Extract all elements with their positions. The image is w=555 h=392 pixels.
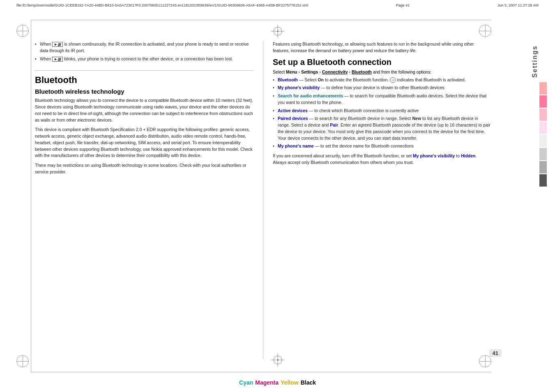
page-border-bottom bbox=[31, 372, 491, 372]
reg-mark-top-right bbox=[479, 25, 491, 37]
breadcrumb-settings[interactable]: Settings bbox=[301, 69, 318, 74]
right-footer-text: If you are concerned about security, tur… bbox=[273, 153, 491, 166]
sidebar-tab-2[interactable] bbox=[539, 95, 547, 108]
sidebar-tab-4[interactable] bbox=[539, 122, 547, 134]
link-bluetooth[interactable]: Bluetooth bbox=[278, 77, 298, 82]
ir-icon-2: ►▩ bbox=[52, 57, 63, 62]
top-metadata: file:/D:/temp/overmode/GUID-1CEEB162-7A2… bbox=[16, 3, 539, 7]
settings-sidebar: Settings bbox=[491, 21, 539, 371]
link-visibility-2[interactable]: My phone's visibility bbox=[413, 153, 455, 158]
color-magenta: Magenta bbox=[255, 379, 279, 386]
breadcrumb: Select Menu › Settings › Connectivity › … bbox=[273, 69, 491, 74]
sidebar-tabs bbox=[539, 82, 547, 187]
breadcrumb-suffix: and from the following options: bbox=[373, 69, 431, 74]
page-number: 41 bbox=[489, 349, 502, 357]
main-content: When ►▩ is shown continuously, the IR co… bbox=[33, 41, 491, 359]
reg-mark-bottom-left bbox=[16, 355, 29, 367]
date-info: Jun 5, 2007 11:27:26 AM bbox=[497, 3, 539, 7]
breadcrumb-bluetooth[interactable]: Bluetooth bbox=[352, 69, 372, 74]
settings-label: Settings bbox=[531, 45, 539, 78]
bluetooth-title: Bluetooth bbox=[35, 75, 253, 85]
left-column: When ►▩ is shown continuously, the IR co… bbox=[33, 41, 261, 359]
crosshair-top bbox=[271, 25, 284, 39]
breadcrumb-connectivity[interactable]: Connectivity bbox=[322, 69, 348, 74]
link-pair[interactable]: Pair bbox=[330, 122, 338, 127]
column-divider bbox=[263, 41, 263, 359]
link-visibility[interactable]: My phone's visibility bbox=[278, 85, 320, 90]
top-bullets-list: When ►▩ is shown continuously, the IR co… bbox=[35, 41, 253, 62]
sidebar-tab-8[interactable] bbox=[539, 174, 547, 187]
sidebar-tab-3[interactable] bbox=[539, 108, 547, 121]
right-bullet-paired: Paired devices — to search for any Bluet… bbox=[273, 115, 491, 141]
svg-point-7 bbox=[277, 359, 279, 361]
filepath: file:/D:/temp/overmode/GUID-1CEEB162-7A2… bbox=[16, 3, 308, 7]
link-active-devices[interactable]: Active devices bbox=[278, 108, 308, 113]
link-phone-name[interactable]: My phone's name bbox=[278, 143, 314, 148]
link-search-audio[interactable]: Search for audio enhancements bbox=[278, 93, 343, 98]
right-bullet-visibility: My phone's visibility — to define how yo… bbox=[273, 85, 491, 91]
breadcrumb-menu[interactable]: Menu bbox=[286, 69, 297, 74]
page-info: Page 41 bbox=[396, 3, 410, 7]
right-bullet-active: Active devices — to check which Bluetoot… bbox=[273, 108, 491, 114]
bottom-color-bar: Cyan Magenta Yellow Black bbox=[239, 379, 316, 386]
right-column: Features using Bluetooth technology, or … bbox=[265, 41, 491, 359]
page-border-left bbox=[31, 20, 31, 372]
link-hidden[interactable]: Hidden bbox=[461, 153, 476, 158]
bluetooth-wireless-subtitle: Bluetooth wireless technology bbox=[35, 88, 253, 95]
top-bullet-1: When ►▩ is shown continuously, the IR co… bbox=[35, 41, 253, 54]
right-bullet-bluetooth: Bluetooth — Select On to activate the Bl… bbox=[273, 77, 491, 83]
right-bullet-search-audio: Search for audio enhancements — to searc… bbox=[273, 93, 491, 106]
right-bullet-phone-name: My phone's name — to set the device name… bbox=[273, 143, 491, 150]
right-top-para: Features using Bluetooth technology, or … bbox=[273, 41, 491, 54]
page-border-top bbox=[31, 20, 491, 20]
right-bullet-list: Bluetooth — Select On to activate the Bl… bbox=[273, 77, 491, 150]
color-yellow: Yellow bbox=[281, 379, 299, 386]
link-paired-devices[interactable]: Paired devices bbox=[278, 116, 308, 121]
color-black: Black bbox=[301, 379, 316, 386]
sidebar-tab-6[interactable] bbox=[539, 148, 547, 160]
breadcrumb-select: Select bbox=[273, 69, 286, 74]
svg-point-3 bbox=[277, 30, 279, 32]
color-cyan: Cyan bbox=[239, 379, 253, 386]
bluetooth-para-2: This device is compliant with Bluetooth … bbox=[35, 127, 253, 159]
reg-mark-top-left bbox=[16, 25, 29, 37]
bluetooth-para-3: There may be restrictions on using Bluet… bbox=[35, 162, 253, 175]
sidebar-tab-5[interactable] bbox=[539, 135, 547, 147]
sidebar-tab-1[interactable] bbox=[539, 82, 547, 95]
ir-icon-1: ►▩ bbox=[52, 42, 63, 47]
h-divider bbox=[35, 70, 253, 71]
bluetooth-para-1: Bluetooth technology allows you to conne… bbox=[35, 97, 253, 123]
sidebar-tab-7[interactable] bbox=[539, 161, 547, 173]
top-bullet-2: When ►▩ blinks, your phone is trying to … bbox=[35, 56, 253, 62]
setup-bluetooth-title: Set up a Bluetooth connection bbox=[273, 58, 491, 67]
bluetooth-icon: ☉ bbox=[390, 77, 396, 83]
